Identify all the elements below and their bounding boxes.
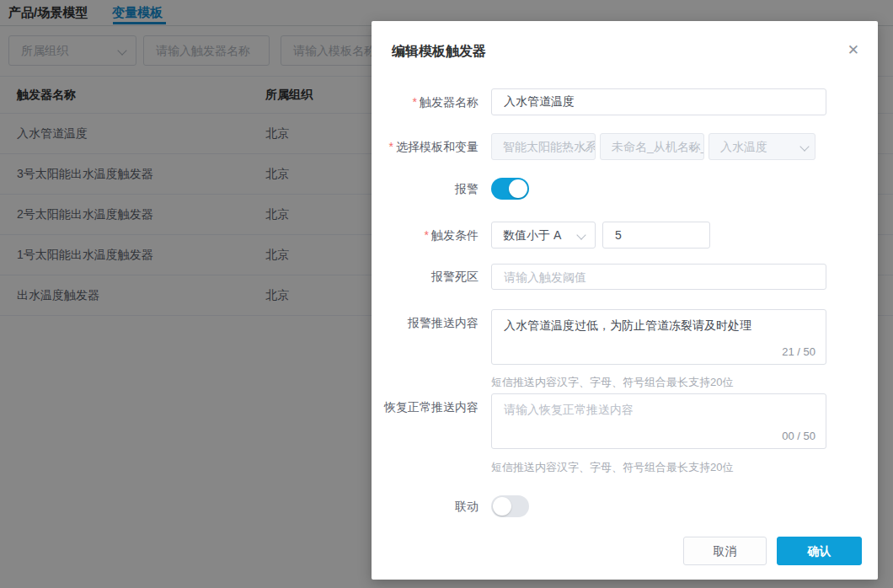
condition-label: *触发条件 — [372, 222, 479, 249]
linkage-toggle[interactable] — [491, 495, 529, 517]
condition-operator-value: 数值小于 A — [503, 228, 561, 242]
alarm-push-counter: 21 / 50 — [778, 345, 815, 358]
alarm-toggle[interactable] — [491, 178, 529, 200]
recover-push-row: 恢复正常推送内容 00 / 50 — [372, 393, 878, 449]
device-select: 未命名_从机名称_2 — [600, 133, 704, 160]
linkage-label: 联动 — [372, 495, 479, 517]
template-vars-label: *选择模板和变量 — [372, 133, 479, 160]
variable-select: 入水温度 — [709, 133, 815, 160]
dialog-title: 编辑模板触发器 — [392, 43, 486, 61]
required-mark: * — [413, 95, 417, 109]
alarm-push-textarea[interactable]: 入水管道温度过低，为防止管道冻裂请及时处理 — [491, 309, 826, 365]
trigger-name-label: *触发器名称 — [372, 88, 479, 115]
alarm-push-label: 报警推送内容 — [372, 314, 479, 331]
alarm-label: 报警 — [372, 178, 479, 200]
confirm-button[interactable]: 确认 — [777, 537, 862, 565]
required-mark: * — [425, 228, 429, 242]
condition-operator-select[interactable]: 数值小于 A — [491, 222, 596, 249]
recover-push-label: 恢复正常推送内容 — [372, 398, 479, 415]
alarm-push-row: 报警推送内容 入水管道温度过低，为防止管道冻裂请及时处理 21 / 50 — [372, 309, 878, 365]
chevron-down-icon — [576, 230, 586, 239]
template-select: 智能太阳能热水系统 — [491, 133, 596, 160]
recover-push-counter: 00 / 50 — [778, 430, 815, 442]
condition-row: *触发条件 数值小于 A — [372, 222, 878, 249]
toggle-knob — [509, 179, 527, 198]
deadzone-label: 报警死区 — [372, 264, 479, 290]
recover-push-textarea[interactable] — [491, 393, 826, 449]
recover-push-hint: 短信推送内容汉字、字母、符号组合最长支持20位 — [491, 460, 733, 475]
chevron-down-icon — [799, 142, 809, 151]
trigger-name-row: *触发器名称 — [372, 88, 878, 115]
linkage-row: 联动 — [372, 495, 878, 517]
trigger-name-input[interactable] — [491, 88, 826, 115]
cancel-button[interactable]: 取消 — [683, 537, 767, 565]
edit-template-trigger-dialog: 编辑模板触发器 ✕ *触发器名称 *选择模板和变量 智能太阳能热水系统 未命名_… — [372, 21, 878, 580]
condition-threshold-input[interactable] — [602, 222, 710, 249]
deadzone-row: 报警死区 — [372, 264, 878, 290]
deadzone-input[interactable] — [491, 264, 826, 290]
template-vars-row: *选择模板和变量 智能太阳能热水系统 未命名_从机名称_2 入水温度 — [372, 133, 878, 160]
alarm-row: 报警 — [372, 178, 878, 200]
required-mark: * — [389, 140, 393, 153]
variable-select-value: 入水温度 — [720, 140, 767, 153]
alarm-push-hint: 短信推送内容汉字、字母、符号组合最长支持20位 — [491, 375, 733, 390]
close-icon[interactable]: ✕ — [848, 43, 859, 57]
toggle-knob — [493, 497, 511, 516]
